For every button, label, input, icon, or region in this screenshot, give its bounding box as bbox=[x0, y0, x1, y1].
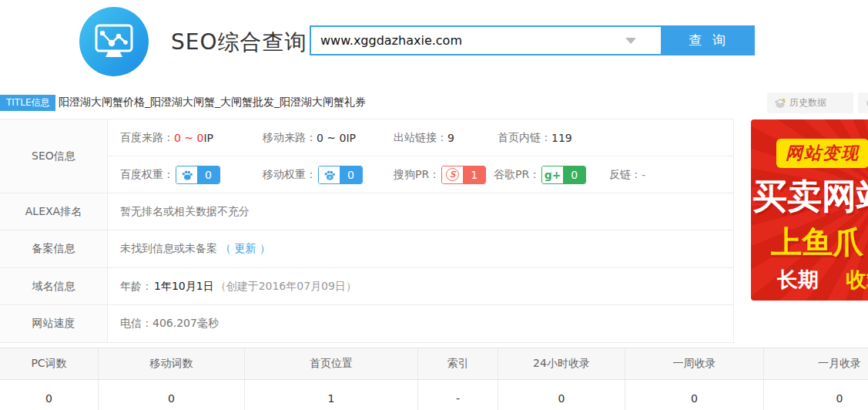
seo-query-page: SEO综合查询 查 询 TITLE信息 阳澄湖大闸蟹价格_阳澄湖大闸蟹_大闸蟹批… bbox=[0, 0, 868, 410]
beian-row: 备案信息 未找到信息或未备案 （ 更新 ） bbox=[0, 230, 733, 268]
ad-footline: 长期 收站 bbox=[777, 266, 868, 294]
ad-subline: 上鱼爪 bbox=[771, 221, 863, 264]
stats-value-cell: 0 bbox=[764, 380, 868, 410]
speed-text: 电信：406.207毫秒 bbox=[120, 317, 219, 331]
seo-info-row: SEO信息 百度来路： 0 ~ 0 IP 移动来路： 0 ~ 0 IP 出站链接… bbox=[0, 119, 733, 193]
mobile-weight-badge[interactable]: M 0 bbox=[318, 166, 363, 184]
sogou-pr-badge[interactable]: S 1 bbox=[441, 166, 486, 184]
url-search-input[interactable] bbox=[310, 25, 662, 55]
history-data-button[interactable]: 历史数据 bbox=[767, 92, 853, 113]
baidu-weight: 百度权重： 0 bbox=[120, 166, 263, 184]
row-label-domain: 域名信息 bbox=[0, 268, 108, 304]
alexa-text: 暂无排名或相关数据不充分 bbox=[120, 205, 250, 219]
keyword-stats-table: PC词数 移动词数 首页位置 索引 24小时收录 一周收录 一月收录 0 0 1… bbox=[0, 348, 868, 410]
site-title-text: 阳澄湖大闸蟹价格_阳澄湖大闸蟹_大闸蟹批发_阳澄湖大闸蟹礼券 bbox=[59, 96, 366, 109]
monitor-chart-icon bbox=[90, 18, 138, 66]
ad-banner[interactable]: 网站变现 买卖网站 上鱼爪 长期 收站 bbox=[751, 119, 868, 301]
stats-header-cell: 一周收录 bbox=[625, 348, 764, 379]
stats-header-cell: 一月收录 bbox=[764, 348, 868, 379]
stats-header-row: PC词数 移动词数 首页位置 索引 24小时收录 一周收录 一月收录 bbox=[0, 348, 868, 380]
layers-icon bbox=[775, 98, 786, 109]
row-label-beian: 备案信息 bbox=[0, 230, 108, 267]
google-pr-badge[interactable]: g+ 0 bbox=[541, 166, 586, 184]
google-plus-icon: g+ bbox=[545, 169, 561, 181]
domain-row: 域名信息 年龄： 1年10月1日 （创建于2016年07月09日） bbox=[0, 268, 733, 305]
alexa-row: ALEXA排名 暂无排名或相关数据不充分 bbox=[0, 193, 733, 230]
stats-value-cell: 0 bbox=[0, 380, 99, 410]
baidu-weight-badge[interactable]: 0 bbox=[176, 166, 220, 184]
homepage-inner-links: 首页内链： 119 bbox=[498, 131, 572, 145]
stats-value-cell: 0 bbox=[498, 380, 625, 410]
stats-header-cell: 首页位置 bbox=[245, 348, 418, 379]
chevron-down-icon[interactable] bbox=[625, 38, 636, 44]
outbound-links: 出站链接： 9 bbox=[394, 131, 498, 145]
sogou-pr: 搜狗PR： S 1 bbox=[394, 166, 494, 184]
stats-value-row: 0 0 1 - 0 0 0 bbox=[0, 380, 868, 410]
svg-text:M: M bbox=[328, 175, 331, 179]
backlinks: 反链： - bbox=[609, 168, 645, 182]
title-info-badge: TITLE信息 bbox=[0, 95, 55, 111]
row-label-seo: SEO信息 bbox=[0, 119, 108, 193]
ad-headline: 买卖网站 bbox=[752, 173, 868, 220]
stats-value-cell: 0 bbox=[625, 380, 764, 410]
stats-value-cell: 1 bbox=[245, 380, 418, 410]
domain-created-note: （创建于2016年07月09日） bbox=[216, 280, 357, 294]
baidu-paw-icon bbox=[176, 166, 197, 183]
seo-info-table: SEO信息 百度来路： 0 ~ 0 IP 移动来路： 0 ~ 0 IP 出站链接… bbox=[0, 119, 734, 343]
stats-value-cell: 0 bbox=[99, 380, 245, 410]
stats-header-cell: 24小时收录 bbox=[498, 348, 625, 379]
stats-header-cell: 索引 bbox=[418, 348, 498, 379]
baidu-traffic: 百度来路： 0 ~ 0 IP bbox=[120, 131, 263, 145]
row-label-speed: 网站速度 bbox=[0, 305, 108, 342]
more-button[interactable]: 更 bbox=[858, 92, 868, 113]
page-title: SEO综合查询 bbox=[171, 28, 307, 57]
stats-header-cell: PC词数 bbox=[0, 348, 99, 379]
ad-foot-right: 收站 bbox=[846, 267, 868, 291]
ad-foot-left: 长期 bbox=[777, 267, 819, 291]
stats-header-cell: 移动词数 bbox=[99, 348, 245, 379]
speed-row: 网站速度 电信：406.207毫秒 bbox=[0, 305, 733, 343]
google-pr: 谷歌PR： g+ 0 bbox=[494, 166, 609, 184]
baidu-paw-m-icon: M bbox=[319, 166, 340, 183]
sogou-s-icon: S bbox=[446, 168, 459, 181]
domain-age-value: 1年10月1日 bbox=[154, 280, 214, 294]
ad-bubble: 网站变现 bbox=[776, 139, 868, 168]
row-label-alexa: ALEXA排名 bbox=[0, 193, 108, 230]
beian-update-link[interactable]: （ 更新 ） bbox=[220, 242, 270, 256]
domain-age-label: 年龄： bbox=[120, 280, 152, 294]
query-button[interactable]: 查 询 bbox=[662, 25, 755, 55]
history-data-label: 历史数据 bbox=[789, 96, 826, 109]
app-logo bbox=[79, 7, 149, 76]
stats-value-cell: - bbox=[418, 380, 498, 410]
mobile-traffic: 移动来路： 0 ~ 0 IP bbox=[263, 131, 394, 145]
beian-text: 未找到信息或未备案 bbox=[120, 242, 217, 256]
mobile-weight: 移动权重： M 0 bbox=[263, 166, 394, 184]
